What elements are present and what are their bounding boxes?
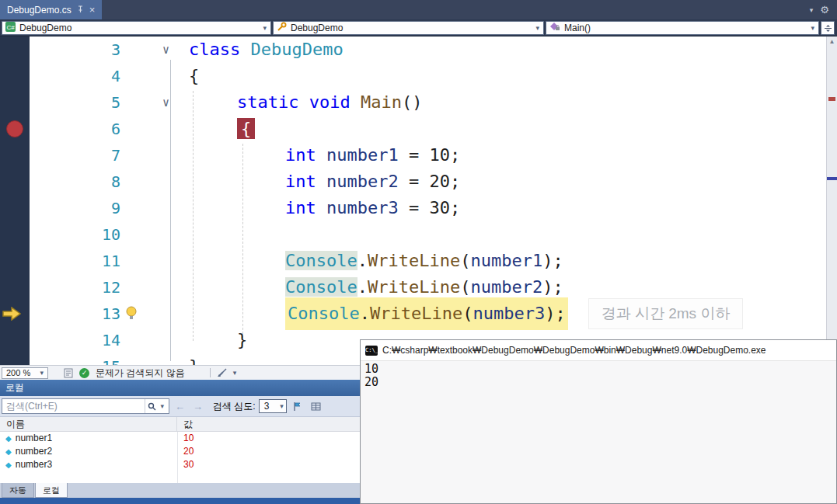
code-line-3[interactable]: 3∨class DebugDemo (0, 36, 826, 63)
member-dropdown[interactable]: Main() ▾ (546, 21, 819, 35)
visual-studio-window: DebugDemo.cs × ▾ ⚙ C# DebugDemo ▾ DebugD… (0, 0, 837, 504)
line-number: 4 (30, 63, 123, 89)
current-statement-arrow-icon (2, 307, 21, 321)
code-text: static void Main() (179, 89, 826, 116)
variable-value: 20 (177, 445, 194, 458)
console-body[interactable]: 1020 (361, 361, 836, 391)
line-number: 15 (30, 353, 123, 365)
chevron-down-icon[interactable]: ▾ (233, 369, 237, 377)
divider (210, 368, 211, 377)
fold-gutter (123, 274, 179, 301)
console-output-line: 20 (364, 376, 832, 389)
method-icon (549, 22, 560, 34)
tab-title: DebugDemo.cs (7, 5, 71, 16)
code-text (179, 221, 826, 248)
code-line-10[interactable]: 10 (0, 221, 826, 248)
variable-icon: ◆ (5, 458, 12, 471)
split-window-button[interactable] (821, 21, 835, 35)
zoom-dropdown[interactable]: 200 % ▾ (2, 367, 48, 379)
member-dropdown-label: Main() (564, 23, 804, 33)
search-input[interactable] (2, 401, 145, 412)
tab-자동[interactable]: 자동 (2, 483, 34, 498)
line-number: 12 (30, 274, 123, 301)
variable-icon: ◆ (5, 445, 12, 458)
variable-value: 10 (177, 432, 194, 445)
columns-toggle-icon[interactable] (309, 398, 324, 414)
line-number: 5 (30, 89, 123, 116)
fold-gutter (123, 353, 179, 365)
code-text: Console.WriteLine(number2); (179, 274, 826, 301)
breakpoint-icon[interactable] (6, 120, 23, 137)
search-button[interactable]: ▾ (145, 399, 169, 413)
chevron-down-icon: ▾ (277, 402, 286, 410)
line-number: 3 (30, 36, 123, 63)
code-line-8[interactable]: 8int number2 = 20; (0, 169, 826, 195)
code-text: Console.WriteLine(number1); (179, 248, 826, 274)
search-box: ▾ (2, 398, 169, 414)
tabstrip-actions: ▾ ⚙ (810, 0, 837, 19)
type-dropdown-label: DebugDemo (291, 23, 529, 33)
code-line-9[interactable]: 9int number3 = 30; (0, 195, 826, 221)
column-header-value[interactable]: 값 (177, 417, 193, 431)
tab-로컬[interactable]: 로컬 (35, 483, 68, 498)
fold-gutter (123, 142, 179, 169)
document-health-icon[interactable] (64, 368, 73, 378)
chevron-down-icon: ▾ (808, 24, 817, 32)
variable-name: number2 (16, 445, 52, 458)
project-dropdown[interactable]: C# DebugDemo ▾ (2, 21, 271, 35)
variable-value: 30 (177, 458, 194, 471)
code-text: { (179, 116, 826, 142)
close-icon[interactable]: × (89, 5, 96, 15)
code-text: { (179, 63, 826, 89)
gear-icon[interactable]: ⚙ (820, 4, 829, 16)
type-dropdown[interactable]: DebugDemo ▾ (273, 21, 544, 35)
tab-debugdemo-cs[interactable]: DebugDemo.cs × (0, 0, 102, 19)
console-title-text: C:₩csharp₩textbook₩DebugDemo₩DebugDemo₩b… (382, 345, 766, 356)
fold-marker-icon[interactable]: ∨ (123, 36, 179, 63)
chevron-down-icon: ▾ (533, 24, 542, 32)
scroll-up-icon[interactable]: ▲ (827, 38, 837, 45)
console-window[interactable]: C:\_ C:₩csharp₩textbook₩DebugDemo₩DebugD… (360, 339, 837, 504)
search-depth-dropdown[interactable]: 3 ▾ (259, 399, 287, 413)
code-cleanup-broom-icon[interactable] (217, 368, 227, 377)
chevron-down-icon: ▾ (158, 402, 166, 410)
console-title-bar[interactable]: C:\_ C:₩csharp₩textbook₩DebugDemo₩DebugD… (361, 340, 836, 361)
line-number: 7 (30, 142, 123, 169)
health-check-icon[interactable]: ✓ (79, 368, 89, 378)
chevron-down-icon: ▾ (37, 369, 46, 377)
fold-marker-icon[interactable]: ∨ (123, 89, 179, 116)
editor-vertical-scrollbar[interactable]: ▲ (826, 36, 837, 365)
code-line-6[interactable]: 6{ (0, 116, 826, 142)
code-line-4[interactable]: 4{ (0, 63, 826, 89)
search-icon (148, 402, 156, 411)
console-output-line: 10 (364, 363, 832, 376)
search-next-icon[interactable]: → (190, 401, 205, 412)
line-number: 6 (30, 116, 123, 142)
code-line-7[interactable]: 7int number1 = 10; (0, 142, 826, 169)
search-prev-icon[interactable]: ← (173, 401, 187, 412)
console-icon: C:\_ (365, 346, 378, 356)
variable-name: number3 (16, 458, 52, 471)
line-number: 13 (30, 301, 123, 327)
perf-tip: 경과 시간 2ms 이하 (588, 298, 744, 329)
search-depth-value: 3 (264, 401, 275, 412)
code-editor[interactable]: 3∨class DebugDemo4{5∨static void Main()6… (0, 36, 826, 365)
column-divider (177, 432, 178, 483)
code-line-12[interactable]: 12Console.WriteLine(number2); (0, 274, 826, 301)
project-dropdown-label: DebugDemo (19, 23, 256, 33)
search-depth-label: 검색 심도: (213, 400, 256, 413)
code-line-11[interactable]: 11Console.WriteLine(number1); (0, 248, 826, 274)
quick-actions-bulb-icon[interactable] (124, 305, 140, 321)
class-icon (277, 22, 287, 34)
column-header-name[interactable]: 이름 (0, 417, 177, 431)
flag-toggle-icon[interactable] (290, 398, 305, 414)
fold-gutter (123, 116, 179, 142)
fold-gutter (123, 327, 179, 353)
chevron-down-icon[interactable]: ▾ (810, 6, 814, 14)
caret-scroll-mark (827, 177, 837, 180)
pin-icon[interactable] (77, 5, 84, 16)
line-number: 9 (30, 195, 123, 221)
code-line-5[interactable]: 5∨static void Main() (0, 89, 826, 116)
line-number: 10 (30, 221, 123, 248)
code-text: int number1 = 10; (179, 142, 826, 169)
